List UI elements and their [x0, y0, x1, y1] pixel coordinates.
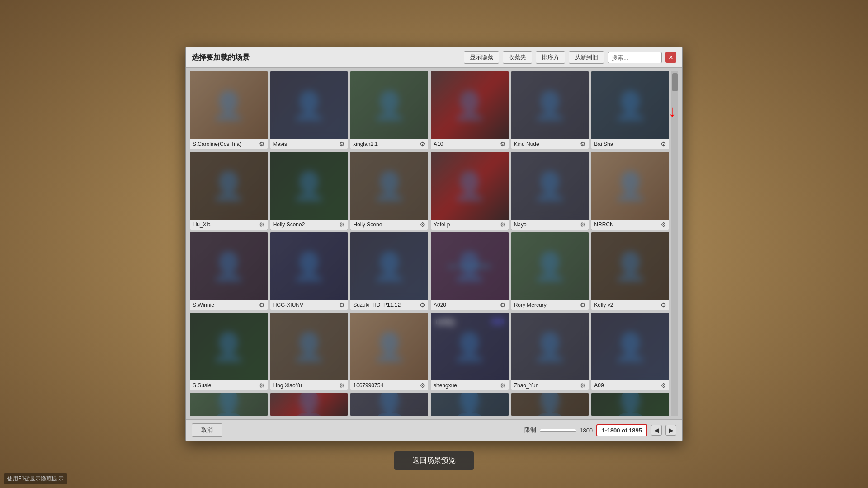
blur-overlay [190, 313, 268, 380]
blur-overlay [591, 313, 669, 380]
blur-overlay [511, 71, 589, 139]
gear-icon[interactable]: ⚙ [580, 221, 586, 228]
dialog-title: 选择要加载的场景 [192, 53, 250, 62]
grid-item[interactable]: 👤1667990754⚙ [350, 313, 428, 390]
preview-button[interactable]: 返回场景预览 [394, 451, 474, 470]
cancel-button[interactable]: 取消 [192, 423, 222, 437]
item-name: A09 [594, 382, 604, 389]
blur-overlay [431, 71, 509, 139]
gear-icon[interactable]: ⚙ [420, 221, 425, 228]
gear-icon[interactable]: ⚙ [420, 301, 425, 309]
gear-icon[interactable]: ⚙ [660, 382, 666, 389]
grid-item[interactable]: 👤Zhao_Yun⚙ [511, 313, 589, 390]
grid-item[interactable]: 👤 [190, 393, 268, 416]
next-page-button[interactable]: ▶ [665, 425, 676, 436]
grid-item[interactable]: 👤S.Caroline(Cos Tifa)⚙ [190, 71, 268, 149]
item-name: Mavis [273, 141, 287, 147]
grid-item[interactable]: 👤Yafei p⚙ [431, 152, 509, 230]
gear-icon[interactable]: ⚙ [580, 141, 586, 148]
blur-overlay [511, 313, 589, 380]
gear-icon[interactable]: ⚙ [580, 301, 586, 309]
blur-overlay [270, 393, 348, 416]
limit-value: 1800 [580, 427, 593, 434]
grid-item[interactable]: 👤Rory Mercury⚙ [511, 232, 589, 310]
item-name: HCG-XIUNV [273, 302, 303, 308]
gear-icon[interactable]: ⚙ [500, 382, 506, 389]
grid-item[interactable]: 👤Bai Sha⚙ [591, 71, 669, 149]
grid-item[interactable]: 👤HCG-XIUNV⚙ [270, 232, 348, 310]
grid-item[interactable]: 👤Mavis⚙ [270, 71, 348, 149]
grid-item[interactable]: 👤 [511, 393, 589, 416]
blur-overlay [591, 232, 669, 300]
gear-icon[interactable]: ⚙ [660, 301, 666, 309]
grid-item[interactable]: 👤A10⚙ [431, 71, 509, 149]
blur-overlay [350, 393, 428, 416]
gear-icon[interactable]: ⚙ [660, 221, 666, 228]
blur-overlay [511, 232, 589, 300]
gear-icon[interactable]: ⚙ [259, 382, 265, 389]
grid-item[interactable]: 👤 [350, 393, 428, 416]
grid-item[interactable]: 👤NRRCN⚙ [591, 152, 669, 230]
grid-item[interactable]: 👤 [431, 393, 509, 416]
grid-item[interactable]: 👤S.Winnie⚙ [190, 232, 268, 310]
gear-icon[interactable]: ⚙ [420, 382, 425, 389]
dialog-footer: 取消 限制 1800 1-1800 of 1895 ◀ ▶ [186, 419, 682, 441]
grid-item[interactable]: 👤Nayo⚙ [511, 152, 589, 230]
scene-grid: 👤S.Caroline(Cos Tifa)⚙👤Mavis⚙👤xinglan2.1… [190, 71, 669, 416]
grid-item[interactable]: 👤 [591, 393, 669, 416]
show-hidden-button[interactable]: 显示隐藏 [464, 51, 499, 64]
grid-item[interactable]: 👤unityNMshengxue⚙ [431, 313, 509, 390]
grid-item[interactable]: 👤Holly Scene⚙ [350, 152, 428, 230]
blur-overlay [511, 393, 589, 416]
gear-icon[interactable]: ⚙ [420, 141, 425, 148]
search-input[interactable] [608, 52, 662, 63]
sort-button[interactable]: 排序方 [536, 51, 565, 64]
blur-overlay [270, 71, 348, 139]
item-name: Rory Mercury [514, 302, 547, 308]
item-name: Holly Scene2 [273, 221, 305, 228]
blur-overlay [350, 313, 428, 380]
dialog-header: 选择要加载的场景 显示隐藏 收藏夹 排序方 从新到旧 ✕ [186, 47, 682, 68]
newest-button[interactable]: 从新到旧 [569, 51, 604, 64]
gear-icon[interactable]: ⚙ [339, 382, 345, 389]
gear-icon[interactable]: ⚙ [500, 301, 506, 309]
grid-item[interactable]: 👤Holly Scene2⚙ [270, 152, 348, 230]
gear-icon[interactable]: ⚙ [339, 221, 345, 228]
grid-item[interactable]: 👤Kinu Nude⚙ [511, 71, 589, 149]
scrollbar[interactable] [671, 71, 678, 416]
gear-icon[interactable]: ⚙ [339, 301, 345, 309]
gear-icon[interactable]: ⚙ [500, 221, 506, 228]
item-name: Ling XiaoYu [273, 382, 302, 389]
gear-icon[interactable]: ⚙ [339, 141, 345, 148]
limit-label: 限制 [524, 426, 536, 434]
scroll-thumb[interactable] [672, 73, 678, 91]
grid-item[interactable]: 👤ijiue.com·U3资源站A020⚙ [431, 232, 509, 310]
item-name: Kelly v2 [594, 302, 613, 308]
item-name: Yafei p [434, 221, 450, 228]
gear-icon[interactable]: ⚙ [259, 301, 265, 309]
blur-overlay [431, 313, 509, 380]
gear-icon[interactable]: ⚙ [500, 141, 506, 148]
gear-icon[interactable]: ⚙ [580, 382, 586, 389]
item-name: Holly Scene [353, 221, 382, 228]
grid-item[interactable]: 👤Suzuki_HD_P11.12⚙ [350, 232, 428, 310]
close-button[interactable]: ✕ [665, 52, 676, 63]
gear-icon[interactable]: ⚙ [660, 141, 666, 148]
item-name: shengxue [434, 382, 457, 389]
item-name: Bai Sha [594, 141, 613, 147]
prev-page-button[interactable]: ◀ [651, 425, 662, 436]
favorites-button[interactable]: 收藏夹 [503, 51, 532, 64]
gear-icon[interactable]: ⚙ [259, 141, 265, 148]
grid-item[interactable]: 👤 [270, 393, 348, 416]
gear-icon[interactable]: ⚙ [259, 221, 265, 228]
grid-item[interactable]: 👤Liu_Xia⚙ [190, 152, 268, 230]
grid-item[interactable]: 👤Ling XiaoYu⚙ [270, 313, 348, 390]
grid-item[interactable]: 👤A09⚙ [591, 313, 669, 390]
grid-item[interactable]: 👤xinglan2.1⚙ [350, 71, 428, 149]
blur-overlay [431, 232, 509, 300]
limit-progress-bar [540, 429, 576, 432]
grid-item[interactable]: 👤Kelly v2⚙ [591, 232, 669, 310]
item-name: S.Susie [193, 382, 211, 389]
blur-overlay [511, 152, 589, 220]
grid-item[interactable]: 👤S.Susie⚙ [190, 313, 268, 390]
